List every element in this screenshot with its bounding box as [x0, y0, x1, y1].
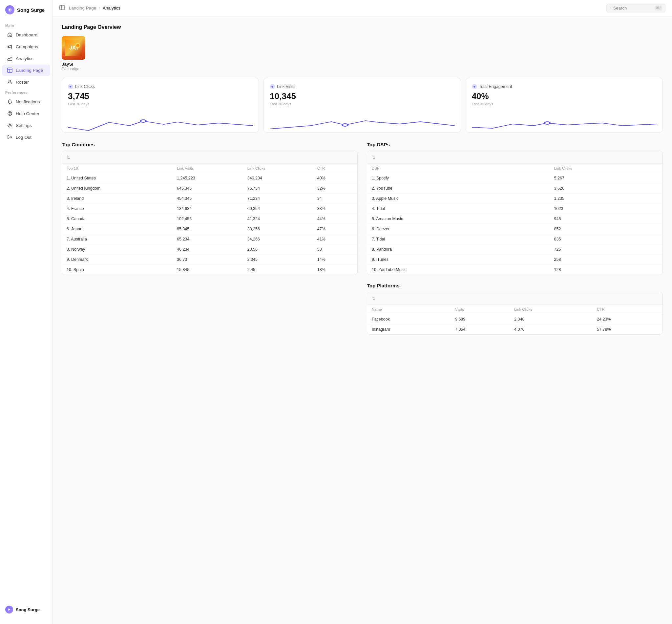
table-row: 6. Japan 85,345 38,256 47% — [62, 224, 357, 234]
sidebar-section-main: Main — [0, 21, 52, 29]
stat-period: Last 30 days — [270, 102, 455, 106]
app-logo[interactable]: Song Surge — [0, 5, 52, 21]
country-name: 4. France — [62, 204, 172, 214]
home-icon — [7, 32, 12, 37]
search-shortcut: ⌘/ — [655, 6, 662, 10]
layout-icon — [7, 68, 12, 73]
artist-thumbnail: JAY — [62, 36, 85, 60]
sidebar-item-label: Dashboard — [16, 32, 37, 37]
col-link-visits: Link Visits — [172, 164, 243, 173]
top-platforms-section: Top Platforms ⇅ Name Visits Link Clicks — [367, 283, 663, 335]
main-content: Landing Page / Analytics ⌘/ Landing Page… — [52, 0, 672, 624]
link-visits: 102,456 — [172, 214, 243, 224]
col-name: Name — [367, 305, 450, 314]
sidebar-item-notifications[interactable]: Notifications — [2, 96, 50, 107]
link-clicks: 38,256 — [243, 224, 313, 234]
col-link-clicks: Link Clicks — [550, 164, 663, 173]
link-visits: 454,345 — [172, 193, 243, 204]
user-icon — [7, 79, 12, 85]
footer-logo-icon — [5, 606, 13, 614]
country-name: 6. Japan — [62, 224, 172, 234]
breadcrumb-separator: / — [99, 6, 100, 10]
dsp-name: 4. Tidal — [367, 204, 550, 214]
table-row: Instagram 7,054 4,076 57.78% — [367, 324, 663, 335]
col-dsp: DSP — [367, 164, 550, 173]
table-row: 7. Tidal 835 — [367, 234, 663, 244]
sort-icon[interactable]: ⇅ — [372, 155, 376, 160]
sort-icon[interactable]: ⇅ — [67, 155, 70, 160]
sidebar-item-help-center[interactable]: Help Center — [2, 108, 50, 119]
col-link-clicks: Link Clicks — [243, 164, 313, 173]
dsp-name: 7. Tidal — [367, 234, 550, 244]
svg-point-23 — [544, 122, 550, 124]
country-name: 10. Spain — [62, 265, 172, 275]
countries-table-toolbar: ⇅ — [62, 151, 357, 164]
svg-point-8 — [9, 125, 11, 126]
megaphone-icon — [7, 44, 12, 49]
sidebar-item-analytics[interactable]: Analytics — [2, 53, 50, 64]
link-clicks: 4,076 — [510, 324, 592, 335]
search-box[interactable]: ⌘/ — [606, 4, 666, 12]
sidebar-item-label: Campaigns — [16, 44, 38, 49]
sort-icon[interactable]: ⇅ — [372, 296, 376, 301]
country-name: 2. United Kingdom — [62, 183, 172, 193]
sidebar-section-preferences: Preferences — [0, 88, 52, 96]
top-countries-title: Top Countries — [62, 142, 358, 147]
right-col: Top DSPs ⇅ DSP Link Clicks — [367, 142, 663, 335]
stat-label: Link Clicks — [75, 84, 95, 89]
sidebar-item-label: Notifications — [16, 99, 40, 104]
sidebar-item-roster[interactable]: Roster — [2, 76, 50, 87]
artist-subtitle: Pachariga — [62, 67, 79, 71]
sidebar-item-campaigns[interactable]: Campaigns — [2, 41, 50, 52]
sidebar-item-settings[interactable]: Settings — [2, 120, 50, 131]
link-visits: 65,234 — [172, 234, 243, 244]
table-row: 1. Spotify 5,267 — [367, 173, 663, 183]
stats-row: Link Clicks 3,745 Last 30 days Link Visi… — [62, 78, 663, 133]
stat-chart — [472, 109, 656, 132]
breadcrumb-parent[interactable]: Landing Page — [69, 6, 96, 10]
search-input[interactable] — [613, 6, 653, 10]
svg-point-21 — [342, 124, 348, 126]
visits: 7,054 — [450, 324, 510, 335]
top-dsps-title: Top DSPs — [367, 142, 663, 147]
dsp-name: 8. Pandora — [367, 244, 550, 255]
logout-icon — [7, 134, 12, 140]
table-row: 2. YouTube 3,626 — [367, 183, 663, 193]
top-platforms-title: Top Platforms — [367, 283, 663, 288]
dsp-name: 1. Spotify — [367, 173, 550, 183]
help-icon — [7, 111, 12, 116]
country-name: 8. Norway — [62, 244, 172, 255]
table-row: 5. Amazon Music 945 — [367, 214, 663, 224]
stat-card-link-visits: Link Visits 10,345 Last 30 days — [263, 78, 461, 133]
breadcrumb: Landing Page / Analytics — [69, 6, 121, 10]
sidebar-item-landing-page[interactable]: Landing Page — [2, 64, 50, 76]
sidebar-item-label: Log Out — [16, 135, 31, 140]
sidebar-item-label: Settings — [16, 123, 32, 128]
top-dsps-section: Top DSPs ⇅ DSP Link Clicks — [367, 142, 663, 275]
dsp-name: 10. YouTube Music — [367, 265, 550, 275]
dsps-table-toolbar: ⇅ — [367, 151, 663, 164]
table-row: 8. Norway 46,234 23,56 53 — [62, 244, 357, 255]
sidebar-item-logout[interactable]: Log Out — [2, 132, 50, 143]
ctr: 18% — [313, 265, 357, 275]
svg-rect-10 — [60, 5, 64, 10]
sidebar-item-label: Analytics — [16, 56, 33, 61]
col-ctr: CTR — [592, 305, 663, 314]
link-visits: 36,73 — [172, 255, 243, 265]
country-name: 1. United States — [62, 173, 172, 183]
bell-icon — [7, 99, 12, 104]
search-icon — [610, 6, 611, 10]
link-visits: 85,345 — [172, 224, 243, 234]
sidebar-item-dashboard[interactable]: Dashboard — [2, 29, 50, 41]
table-row: 4. Tidal 1023 — [367, 204, 663, 214]
sidebar-item-label: Landing Page — [16, 68, 43, 73]
stat-label: Total Engagement — [479, 84, 512, 89]
platforms-table: Name Visits Link Clicks CTR Facebook 9,6… — [367, 305, 663, 334]
svg-rect-2 — [7, 68, 12, 73]
dsp-name: 2. YouTube — [367, 183, 550, 193]
stat-chart — [68, 109, 253, 132]
sidebar-toggle-button[interactable] — [59, 5, 65, 12]
table-row: 8. Pandora 725 — [367, 244, 663, 255]
page-title: Landing Page Overview — [62, 24, 663, 30]
link-clicks: 1023 — [550, 204, 663, 214]
